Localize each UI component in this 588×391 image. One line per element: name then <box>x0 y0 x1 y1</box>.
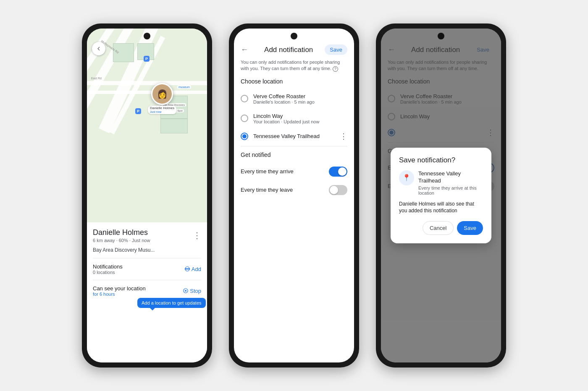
notifications-row: Notifications 0 locations Add <box>93 262 201 276</box>
person-name: Danielle Holmes <box>93 228 150 237</box>
location-text-1: Verve Coffee Roaster Danielle's location… <box>253 93 315 104</box>
location-text-2: Lincoln Way Your location · Updated just… <box>253 113 319 124</box>
road-label-east: East Rd <box>91 77 102 80</box>
dialog-cancel-button[interactable]: Cancel <box>423 221 454 235</box>
person-meta: 6 km away · 60% · Just now <box>93 238 150 243</box>
radio-selected-3[interactable] <box>241 133 248 140</box>
dialog-actions: Cancel Save <box>399 221 483 235</box>
dialog-loc-sub: Every time they arrive at this location <box>418 185 483 196</box>
radio-unselected-2[interactable] <box>241 115 248 122</box>
add-button[interactable]: Add <box>184 266 201 272</box>
phone-notch <box>144 33 150 39</box>
help-icon[interactable]: ? <box>333 66 338 72</box>
poi-museum: museum <box>177 85 191 89</box>
toggle-arrive-row: Every time they arrive <box>241 162 347 181</box>
parking-pin-2: P <box>135 108 141 114</box>
dialog-overlay: Save notification? 📍 Tennessee Valley Tr… <box>381 29 501 362</box>
screen-title: Add notification <box>252 46 325 54</box>
choose-location-title: Choose location <box>241 78 347 85</box>
avatar-circle: 👩 <box>151 83 173 105</box>
can-see-title: Can see your location <box>93 285 146 292</box>
get-notified-title: Get notified <box>241 151 347 158</box>
dialog-location-row: 📍 Tennessee Valley Trailhead Every time … <box>399 170 483 196</box>
avatar-pin: 👩 Danielle Holmes Just now <box>148 83 176 114</box>
location-option-1[interactable]: Verve Coffee Roaster Danielle's location… <box>241 89 347 109</box>
location-row: Bay Area Discovery Musu... <box>93 245 201 255</box>
dialog-body-text: Danielle Holmes will also see that you a… <box>399 201 483 215</box>
dialog-loc-name: Tennessee Valley Trailhead <box>418 170 483 185</box>
map-area: McReynolds Rd East Rd P P museum Bay Are… <box>87 29 207 222</box>
phone-notch-2 <box>291 33 297 39</box>
map-screen: McReynolds Rd East Rd P P museum Bay Are… <box>87 29 207 362</box>
save-notification-dialog: Save notification? 📍 Tennessee Valley Tr… <box>391 148 491 243</box>
map-road-h2 <box>87 91 207 94</box>
location-text-3: Tennessee Valley Trailhead <box>253 133 320 139</box>
more-button[interactable]: ⋮ <box>193 230 201 240</box>
phone-3: ← Add notification Save You can only add… <box>376 23 506 368</box>
dialog-pin-icon: 📍 <box>399 170 414 185</box>
section-divider <box>241 146 347 146</box>
more-options-icon[interactable]: ⋮ <box>340 132 347 141</box>
back-button[interactable] <box>92 42 105 55</box>
toggle-arrive-label: Every time they arrive <box>241 168 294 175</box>
radio-unselected-1[interactable] <box>241 95 248 102</box>
location-option-2[interactable]: Lincoln Way Your location · Updated just… <box>241 109 347 128</box>
toggle-arrive-knob <box>338 167 346 176</box>
toggle-leave-row: Every time they leave <box>241 181 347 199</box>
back-arrow[interactable]: ← <box>241 45 252 54</box>
can-see-sub: for 6 hours <box>93 292 146 297</box>
phone-2: ← Add notification Save You can only add… <box>229 23 359 368</box>
tooltip-bubble: Add a location to get updates <box>137 298 206 308</box>
dialog-title: Save notification? <box>399 156 483 164</box>
screen-header: ← Add notification Save <box>234 40 354 59</box>
divider-2 <box>93 280 201 280</box>
save-button[interactable]: Save <box>325 44 347 55</box>
location-option-3-row: Tennessee Valley Trailhead ⋮ <box>241 128 347 144</box>
toggle-leave[interactable] <box>329 185 347 195</box>
svg-rect-0 <box>185 269 190 269</box>
person-row: Danielle Holmes 6 km away · 60% · Just n… <box>93 228 201 243</box>
toggle-leave-knob <box>330 186 338 194</box>
avatar-label: Danielle Holmes Just now <box>148 106 176 114</box>
map-road-h <box>87 81 207 85</box>
add-notification-screen: ← Add notification Save You can only add… <box>234 29 354 362</box>
stop-button[interactable]: Stop <box>183 288 201 294</box>
dialog-save-button[interactable]: Save <box>457 221 483 235</box>
notifications-title: Notifications <box>93 263 123 270</box>
info-text: You can only add notifications for peopl… <box>241 59 347 72</box>
parking-pin-1: P <box>144 56 150 62</box>
notifications-sub: 0 locations <box>93 270 123 275</box>
dialog-location-info: Tennessee Valley Trailhead Every time th… <box>418 170 483 196</box>
toggle-arrive[interactable] <box>329 167 347 177</box>
divider-1 <box>93 258 201 258</box>
phone-1: McReynolds Rd East Rd P P museum Bay Are… <box>82 23 212 368</box>
building <box>160 119 188 133</box>
location-option-3[interactable]: Tennessee Valley Trailhead <box>241 128 340 144</box>
info-panel: Danielle Holmes 6 km away · 60% · Just n… <box>87 222 207 362</box>
toggle-leave-label: Every time they leave <box>241 187 293 193</box>
can-see-row: Can see your location for 6 hours Stop <box>93 284 201 298</box>
screen-body: You can only add notifications for peopl… <box>234 59 354 362</box>
